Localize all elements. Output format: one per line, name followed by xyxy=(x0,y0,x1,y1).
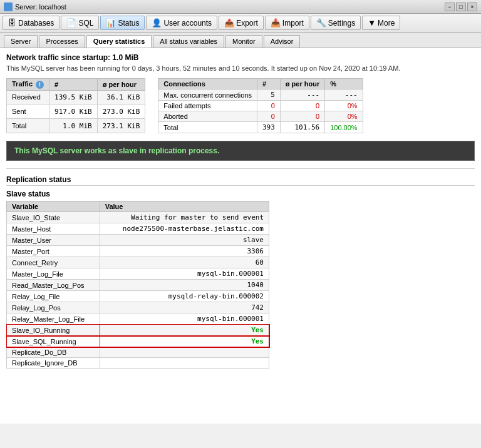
settings-button[interactable]: 🔧 Settings xyxy=(311,16,361,30)
traffic-received-per-hour: 36.1 KiB xyxy=(97,90,145,104)
info-icon: i xyxy=(36,81,44,89)
content-area: Network traffic since startup: 1.0 MiB T… xyxy=(0,48,481,424)
databases-icon: 🗄 xyxy=(8,18,16,28)
traffic-sent-per-hour: 273.0 KiB xyxy=(97,104,145,119)
status-label: Status xyxy=(118,19,139,28)
export-button[interactable]: 📤 Export xyxy=(219,16,264,30)
conn-failed-per-hour: 0 xyxy=(280,101,324,111)
more-label: More xyxy=(378,19,395,28)
server-icon xyxy=(4,3,13,11)
value-cell: Yes xyxy=(100,325,269,336)
value-cell xyxy=(100,347,269,358)
table-row: Relay_Log_Pos742 xyxy=(7,302,269,313)
table-row: Replicate_Ignore_DB xyxy=(7,358,269,369)
table-row: Aborted 0 0 0% xyxy=(158,111,363,122)
conn-col-count: # xyxy=(257,79,280,89)
conn-aborted-per-hour: 0 xyxy=(280,111,324,122)
network-header: Network traffic since startup: 1.0 MiB xyxy=(6,53,475,62)
tab-all-status-variables[interactable]: All status variables xyxy=(153,35,224,48)
conn-aborted-pct: 0% xyxy=(325,111,363,122)
table-row: Slave_SQL_RunningYes xyxy=(7,336,269,347)
variable-cell: Connect_Retry xyxy=(7,257,100,268)
conn-max-pct: --- xyxy=(325,89,363,101)
more-icon: ▼ xyxy=(368,18,376,28)
tab-query-statistics[interactable]: Query statistics xyxy=(86,35,152,48)
minimize-button[interactable]: − xyxy=(445,3,455,11)
tab-advisor[interactable]: Advisor xyxy=(264,35,301,48)
traffic-table: Traffic i # ø per hour Received 139.5 Ki… xyxy=(6,78,145,133)
title-bar-left: Server: localhost xyxy=(4,3,66,11)
conn-col-label: Connections xyxy=(158,79,257,89)
more-button[interactable]: ▼ More xyxy=(362,16,400,30)
banner-suffix: . xyxy=(217,146,219,155)
conn-total-pct: 100.00% xyxy=(325,122,363,133)
import-icon: 📥 xyxy=(271,18,281,28)
value-cell: mysqld-relay-bin.000002 xyxy=(100,291,269,302)
uptime-text: This MySQL server has been running for 0… xyxy=(6,64,475,72)
variable-cell: Slave_IO_Running xyxy=(7,325,100,336)
table-row: Failed attempts 0 0 0% xyxy=(158,101,363,111)
traffic-sent-count: 917.0 KiB xyxy=(49,104,98,119)
conn-aborted-count: 0 xyxy=(257,111,280,122)
close-button[interactable]: × xyxy=(467,3,477,11)
table-row: Total 1.0 MiB 273.1 KiB xyxy=(7,119,145,133)
value-cell: 742 xyxy=(100,302,269,313)
traffic-received-label: Received xyxy=(7,90,49,104)
conn-max-label: Max. concurrent connections xyxy=(158,89,257,101)
traffic-sent-label: Sent xyxy=(7,104,49,119)
variable-cell: Read_Master_Log_Pos xyxy=(7,280,100,291)
table-row: Total 393 101.56 100.00% xyxy=(158,122,363,133)
settings-icon: 🔧 xyxy=(316,18,326,28)
connections-table: Connections # ø per hour % Max. concurre… xyxy=(158,78,363,133)
sql-label: SQL xyxy=(78,19,93,28)
main-toolbar: 🗄 Databases 📄 SQL 📊 Status 👤 User accoun… xyxy=(0,14,481,33)
traffic-total-per-hour: 273.1 KiB xyxy=(97,119,145,133)
value-cell: mysql-bin.000001 xyxy=(100,268,269,280)
tab-monitor[interactable]: Monitor xyxy=(225,35,262,48)
title-bar-controls[interactable]: − □ × xyxy=(445,3,477,11)
variable-cell: Relay_Master_Log_File xyxy=(7,313,100,325)
stats-tables: Traffic i # ø per hour Received 139.5 Ki… xyxy=(6,78,475,133)
variable-cell: Master_Log_File xyxy=(7,268,100,280)
variable-cell: Slave_SQL_Running xyxy=(7,336,100,347)
value-cell xyxy=(100,358,269,369)
variable-cell: Slave_IO_State xyxy=(7,212,100,223)
replication-section-title: Replication status xyxy=(6,175,475,186)
slave-status-title: Slave status xyxy=(6,190,475,198)
tab-processes[interactable]: Processes xyxy=(39,35,85,48)
conn-max-per-hour: --- xyxy=(280,89,324,101)
tab-server[interactable]: Server xyxy=(4,35,38,48)
import-button[interactable]: 📥 Import xyxy=(265,16,309,30)
conn-total-per-hour: 101.56 xyxy=(280,122,324,133)
variable-cell: Relay_Log_Pos xyxy=(7,302,100,313)
value-cell: 1040 xyxy=(100,280,269,291)
maximize-button[interactable]: □ xyxy=(456,3,466,11)
sub-tabs: Server Processes Query statistics All st… xyxy=(0,33,481,48)
table-row: Read_Master_Log_Pos1040 xyxy=(7,280,269,291)
user-accounts-icon: 👤 xyxy=(152,18,162,28)
value-cell: node275500-masterbase.jelastic.com xyxy=(100,223,269,235)
table-row: Master_Port3306 xyxy=(7,246,269,257)
replication-banner: This MySQL server works as slave in repl… xyxy=(6,141,475,161)
table-row: Sent 917.0 KiB 273.0 KiB xyxy=(7,104,145,119)
variable-cell: Master_User xyxy=(7,235,100,246)
table-row: Master_Userslave xyxy=(7,235,269,246)
section-divider xyxy=(6,168,475,169)
table-row: Slave_IO_StateWaiting for master to send… xyxy=(7,212,269,223)
traffic-total-count: 1.0 MiB xyxy=(49,119,98,133)
value-cell: 3306 xyxy=(100,246,269,257)
table-row: Connect_Retry60 xyxy=(7,257,269,268)
status-button[interactable]: 📊 Status xyxy=(100,16,145,30)
sql-button[interactable]: 📄 SQL xyxy=(61,16,99,30)
import-label: Import xyxy=(282,19,304,28)
settings-label: Settings xyxy=(328,19,355,28)
table-row: Relay_Master_Log_Filemysql-bin.000001 xyxy=(7,313,269,325)
slave-status-table: Variable Value Slave_IO_StateWaiting for… xyxy=(6,201,269,369)
user-accounts-button[interactable]: 👤 User accounts xyxy=(146,16,217,30)
traffic-col-per-hour: ø per hour xyxy=(97,79,145,91)
databases-button[interactable]: 🗄 Databases xyxy=(3,16,59,30)
variable-cell: Relay_Log_File xyxy=(7,291,100,302)
col-value: Value xyxy=(100,201,269,212)
user-accounts-label: User accounts xyxy=(163,19,212,28)
conn-aborted-label: Aborted xyxy=(158,111,257,122)
